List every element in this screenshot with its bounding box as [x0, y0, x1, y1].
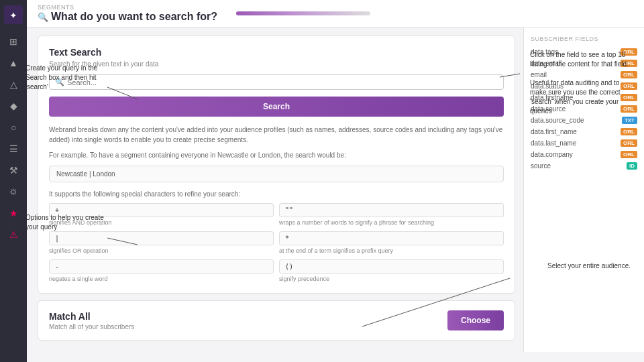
- description-2: For example. To have a segment containin…: [49, 150, 504, 160]
- special-desc-parens: signify precedence: [279, 276, 504, 282]
- special-desc-pipe: signifies OR operation: [49, 247, 274, 254]
- progress-bar: [236, 11, 370, 15]
- subscriber-fields-title: SUBSCRIBER FIELDS: [524, 33, 644, 46]
- match-all-card: Match All Match all of your subscribers …: [38, 300, 515, 341]
- search-input-row: 🔍: [49, 74, 504, 90]
- field-row-datacompany[interactable]: data.company ORL: [524, 149, 644, 160]
- segment-icon[interactable]: ◆: [4, 97, 23, 115]
- special-code-pipe: |: [49, 231, 274, 245]
- user-icon[interactable]: ▲: [4, 54, 23, 72]
- header: SEGMENTS 🔍 What do you want to search fo…: [27, 0, 644, 27]
- field-badge: TXT: [622, 117, 637, 124]
- choose-button[interactable]: Choose: [447, 310, 504, 330]
- special-item-quotes: "" wraps a number of words to signify a …: [279, 203, 504, 226]
- field-badge: ID: [627, 162, 637, 170]
- title-icon: 🔍: [38, 12, 48, 22]
- globe-icon[interactable]: ○: [4, 118, 23, 137]
- special-desc-minus: negates a single word: [49, 276, 274, 282]
- annotation-options: Options to help you create your query: [25, 213, 113, 232]
- special-item-pipe: | signifies OR operation: [49, 231, 274, 254]
- field-row-dalastname[interactable]: data.last_name ORL: [524, 137, 644, 149]
- field-name: source: [531, 162, 551, 170]
- example-box: Newcastle | London: [49, 166, 504, 182]
- person-icon[interactable]: △: [4, 75, 23, 94]
- special-item-minus: - negates a single word: [49, 259, 274, 282]
- special-desc-quotes: wraps a number of words to signify a phr…: [279, 219, 504, 226]
- search-button[interactable]: Search: [49, 97, 504, 117]
- svg-text:✦: ✦: [9, 10, 17, 21]
- tag-icon[interactable]: ⛭: [4, 182, 23, 201]
- sidebar: ✦ ⊞ ▲ △ ◆ ○ ☰ ⚒ ⛭ ★ ⚠: [0, 0, 27, 362]
- annotation-click-field: Click on the field to see a top 10 listi…: [530, 50, 637, 116]
- logo[interactable]: ✦: [4, 5, 23, 24]
- annotation-select-audience: Select your entire audience.: [547, 261, 631, 271]
- field-badge: ORL: [621, 151, 637, 158]
- special-code-minus: -: [49, 259, 274, 274]
- card-title: Text Search: [49, 47, 504, 58]
- special-code-quotes: "": [279, 203, 504, 217]
- field-name: data.last_name: [531, 139, 576, 147]
- special-code-star: *: [279, 231, 504, 245]
- field-name: data.source_code: [531, 117, 584, 124]
- chart-icon[interactable]: ★: [4, 204, 23, 223]
- match-all-subtitle: Match all of your subscribers: [49, 323, 134, 330]
- field-badge: ORL: [621, 139, 637, 147]
- card-subtitle: Search for the given text in your data: [49, 60, 504, 68]
- field-name: data.company: [531, 151, 573, 158]
- page-title: 🔍 What do you want to search for?: [38, 11, 217, 23]
- alert-icon[interactable]: ⚠: [4, 225, 23, 244]
- special-chars-title: It supports the following special charac…: [49, 190, 504, 198]
- breadcrumb: SEGMENTS: [38, 4, 217, 11]
- field-badge: ORL: [621, 128, 637, 135]
- annotation-create-query: Create your query in the Search box and …: [25, 64, 113, 92]
- match-all-title: Match All: [49, 311, 134, 322]
- special-desc-star: at the end of a term signifies a prefix …: [279, 247, 504, 254]
- special-chars-grid: + signifies AND operation "" wraps a num…: [49, 203, 504, 282]
- special-item-star: * at the end of a term signifies a prefi…: [279, 231, 504, 254]
- field-row-datafirstname2[interactable]: data.first_name ORL: [524, 126, 644, 137]
- filter-icon[interactable]: ⚒: [4, 161, 23, 180]
- special-item-parens: () signify precedence: [279, 259, 504, 282]
- field-row-source[interactable]: source ID: [524, 160, 644, 172]
- field-row-datasourcecode[interactable]: data.source_code TXT: [524, 115, 644, 126]
- match-all-left: Match All Match all of your subscribers: [49, 311, 134, 330]
- special-code-parens: (): [279, 259, 504, 274]
- list-icon[interactable]: ☰: [4, 139, 23, 158]
- field-name: data.first_name: [531, 128, 577, 135]
- description-1: Webrand breaks down any the content you'…: [49, 125, 504, 145]
- grid-icon[interactable]: ⊞: [4, 32, 23, 51]
- search-input[interactable]: [67, 78, 498, 86]
